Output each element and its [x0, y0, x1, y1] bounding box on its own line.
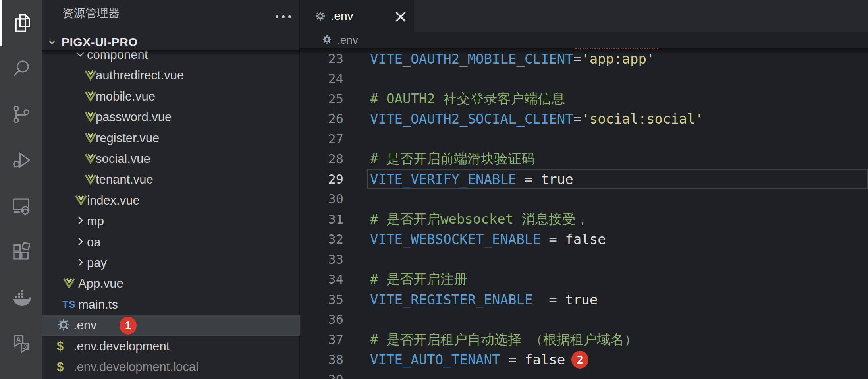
remote-monitor-icon: [10, 195, 32, 217]
project-root-header[interactable]: PIGX-UI-PRO: [42, 33, 300, 50]
tree-item-label: .env.development: [73, 336, 170, 357]
code-line-35[interactable]: 35VITE_REGISTER_ENABLE = true: [300, 289, 868, 309]
tree-item-pay[interactable]: pay: [42, 253, 300, 273]
vscode-window: { "activity_bar": { "items": [ {"name": …: [0, 0, 868, 379]
line-number: 29: [300, 169, 343, 189]
tree-item-tenant-vue[interactable]: tenant.vue: [42, 169, 300, 190]
line-number: 27: [300, 129, 343, 149]
tree-item-social-vue[interactable]: social.vue: [42, 149, 300, 169]
tree-item-label: oa: [87, 232, 100, 253]
line-number: 31: [300, 209, 343, 229]
vue-icon: [84, 172, 97, 187]
vue-icon: [74, 190, 88, 211]
ellipsis-icon: [276, 15, 278, 18]
tree-item-label: pay: [87, 253, 107, 273]
line-content: # 是否开启注册: [370, 269, 467, 290]
activity-item-search[interactable]: [0, 46, 42, 91]
tree-item-label: mobile.vue: [96, 86, 155, 107]
code-line-37[interactable]: 37# 是否开启租户自动选择 （根据租户域名）: [300, 329, 868, 350]
line-number: 24: [300, 69, 343, 89]
tree-item-component[interactable]: component: [42, 50, 300, 65]
tree-item-label: authredirect.vue: [96, 65, 184, 86]
activity-item-remote-explorer[interactable]: [0, 183, 42, 228]
code-line-39[interactable]: 39: [300, 369, 868, 379]
gear-icon: [57, 315, 70, 336]
tree-item-label: social.vue: [96, 149, 150, 169]
line-number: 26: [300, 109, 343, 129]
code-line-23[interactable]: 23VITE_OAUTH2_MOBILE_CLIENT='app:app': [300, 48, 868, 69]
more-actions-button[interactable]: [271, 9, 295, 25]
line-number: 36: [300, 309, 343, 330]
translate-icon: A文: [10, 332, 32, 354]
tree-item-mp[interactable]: mp: [42, 211, 300, 232]
tree-item-index-vue[interactable]: index.vue: [42, 190, 300, 211]
tree-item-password-vue[interactable]: password.vue: [42, 107, 300, 128]
ts-icon: TS: [62, 294, 76, 315]
tree-item-main-ts[interactable]: TSmain.ts: [42, 294, 300, 315]
code-line-26[interactable]: 26VITE_OAUTH2_SOCIAL_CLIENT='social:soci…: [300, 109, 868, 129]
docker-whale-icon: [10, 286, 32, 308]
vue-icon: [84, 86, 97, 107]
annotation-badge-2: 2: [571, 351, 588, 369]
code-line-31[interactable]: 31# 是否开启websocket 消息接受，: [300, 209, 868, 229]
vue-icon: [84, 149, 97, 169]
code-line-24[interactable]: 24: [300, 69, 868, 89]
current-line-highlight: [367, 169, 868, 189]
vue-icon: [84, 128, 97, 149]
svg-text:A: A: [16, 336, 21, 343]
code-line-38[interactable]: 38VITE_AUTO_TENANT = false2: [300, 350, 868, 370]
line-number: 37: [300, 329, 343, 350]
tree-item-App-vue[interactable]: App.vue: [42, 273, 300, 294]
code-line-30[interactable]: 30: [300, 189, 868, 209]
code-line-25[interactable]: 25# OAUTH2 社交登录客户端信息: [300, 89, 868, 109]
tree-item--env-development[interactable]: $.env.development: [42, 336, 300, 357]
code-area[interactable]: 23VITE_OAUTH2_MOBILE_CLIENT='app:app'242…: [300, 0, 868, 379]
code-line-33[interactable]: 33: [300, 249, 868, 269]
tree-item-mobile-vue[interactable]: mobile.vue: [42, 86, 300, 107]
activity-item-extensions[interactable]: [0, 228, 42, 274]
chevron-down-icon: [74, 50, 86, 65]
code-line-34[interactable]: 34# 是否开启注册: [300, 269, 868, 290]
tree-item-authredirect-vue[interactable]: authredirect.vue: [42, 65, 300, 86]
tree-item-label: register.vue: [96, 128, 159, 149]
activity-item-source-control[interactable]: [0, 91, 42, 137]
code-line-36[interactable]: 36: [300, 309, 868, 330]
tree-item-register-vue[interactable]: register.vue: [42, 128, 300, 149]
tree-item-oa[interactable]: oa: [42, 232, 300, 253]
vue-icon: [84, 151, 97, 166]
vue-icon: [84, 68, 97, 83]
tree-item-label: index.vue: [87, 190, 140, 211]
line-content: VITE_WEBSOCKET_ENABLE = false: [370, 229, 606, 249]
activity-item-run-debug[interactable]: [0, 137, 42, 183]
line-number: 33: [300, 249, 343, 269]
chevron-right-icon: [74, 211, 86, 232]
tree-item--env-development-local[interactable]: $.env.development.local: [42, 357, 300, 377]
activity-item-docker[interactable]: [0, 274, 42, 320]
search-icon: [10, 58, 32, 79]
line-number: 30: [300, 189, 343, 209]
line-content: # 是否开启租户自动选择 （根据租户域名）: [370, 329, 637, 350]
tree-item-label: mp: [87, 211, 104, 232]
chevron-down-icon: [46, 37, 58, 48]
code-line-28[interactable]: 28# 是否开启前端滑块验证码: [300, 149, 868, 169]
tree-item-label: tenant.vue: [96, 169, 153, 190]
dollar-icon: $: [57, 336, 64, 357]
spellcheck-squiggle: [575, 48, 658, 51]
sidebar-title: 资源管理器: [62, 6, 120, 21]
chevron-right-icon: [74, 253, 86, 273]
activity-item-explorer[interactable]: [0, 0, 43, 46]
line-number: 25: [300, 89, 343, 109]
vue-icon: [84, 110, 97, 125]
chevron-right-icon: [74, 215, 86, 228]
tree-item--env[interactable]: .env1: [42, 315, 300, 336]
chevron-right-icon: [74, 232, 86, 253]
activity-item-i18n[interactable]: A文: [0, 320, 42, 365]
vue-icon: [84, 169, 97, 190]
code-line-32[interactable]: 32VITE_WEBSOCKET_ENABLE = false: [300, 229, 868, 249]
vue-icon: [74, 193, 88, 208]
tree-item-label: password.vue: [96, 107, 172, 128]
line-content: # 是否开启前端滑块验证码: [370, 149, 535, 169]
explorer-sidebar: 资源管理器 PIGX-UI-PRO componentauthredirect.…: [42, 0, 300, 379]
code-line-27[interactable]: 27: [300, 129, 868, 149]
line-number: 32: [300, 229, 343, 249]
